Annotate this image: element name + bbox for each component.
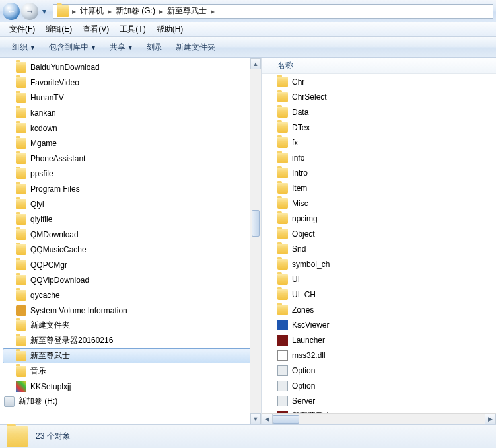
scroll-thumb[interactable] (252, 210, 260, 237)
tree-item[interactable]: System Volume Information (15, 303, 261, 318)
list-item[interactable]: 新至尊武士 (262, 408, 496, 413)
list-item[interactable]: ChrSelect (262, 89, 496, 104)
list-item[interactable]: Server (262, 393, 496, 408)
burn-button[interactable]: 刻录 (140, 40, 169, 55)
folder-icon (16, 168, 26, 179)
list-item[interactable]: UI (262, 272, 496, 287)
list-item[interactable]: Snd (262, 241, 496, 256)
folder-icon (277, 305, 288, 315)
forward-button[interactable]: → (21, 3, 38, 20)
tree-item[interactable]: QQPCMgr (15, 257, 261, 272)
item-label: 新建文件夹 (30, 320, 70, 331)
list-item[interactable]: UI_CH (262, 287, 496, 302)
menu-help[interactable]: 帮助(H) (151, 24, 189, 35)
scrollbar-horizontal[interactable]: ◀ ▶ (262, 413, 496, 424)
tree-item[interactable]: 新至尊武士 (3, 348, 257, 363)
column-header-name[interactable]: 名称 (262, 58, 496, 74)
include-in-library-button[interactable]: 包含到库中▼ (42, 40, 103, 55)
item-label: Option (292, 381, 315, 391)
tree-item[interactable]: QQMusicCache (15, 242, 261, 257)
list-item[interactable]: Option (262, 378, 496, 393)
tree-item[interactable]: qycache (15, 287, 261, 303)
breadcrumb-segment[interactable]: 计算机 (77, 5, 106, 17)
breadcrumb[interactable]: ▸ 计算机 ▸ 新加卷 (G:) ▸ 新至尊武士 ▸ (53, 4, 493, 19)
list-item[interactable]: Option (262, 363, 496, 378)
list-item[interactable]: Launcher (262, 332, 496, 348)
tree-item[interactable]: QQVipDownload (15, 272, 261, 287)
folder-icon (277, 107, 288, 118)
tree-item[interactable]: qiyifile (15, 211, 261, 227)
menu-edit[interactable]: 编辑(E) (40, 24, 77, 35)
menu-tools[interactable]: 工具(T) (114, 24, 151, 35)
scroll-down-button[interactable]: ▼ (250, 413, 261, 424)
tree-item[interactable]: BaiduYunDownload (15, 59, 261, 75)
folder-icon (277, 289, 288, 300)
tree-item[interactable]: FavoriteVideo (15, 75, 261, 90)
list-item[interactable]: Data (262, 104, 496, 120)
list-item[interactable]: Chr (262, 74, 496, 89)
scroll-thumb[interactable] (273, 415, 299, 424)
folder-icon (16, 123, 26, 133)
folder-icon (16, 62, 26, 73)
breadcrumb-segment[interactable]: 新至尊武士 (164, 5, 209, 17)
tree-item[interactable]: 音乐 (15, 363, 261, 379)
command-bar: 组织▼ 包含到库中▼ 共享▼ 刻录 新建文件夹 (0, 37, 496, 58)
folder-icon (16, 214, 26, 225)
scroll-left-button[interactable]: ◀ (262, 414, 273, 425)
chevron-right-icon: ▸ (106, 7, 113, 16)
menu-view[interactable]: 查看(V) (77, 24, 114, 35)
app5-icon (277, 365, 288, 376)
tree-item[interactable]: QMDownload (15, 227, 261, 242)
tree-item[interactable]: ppsfile (15, 166, 261, 181)
list-item[interactable]: fx (262, 135, 496, 150)
tree-item[interactable]: Mgame (15, 135, 261, 151)
list-item[interactable]: KscViewer (262, 317, 496, 332)
tree-item[interactable]: 新至尊登录器20160216 (15, 333, 261, 348)
list-item[interactable]: Misc (262, 196, 496, 211)
tree-item[interactable]: 新建文件夹 (15, 318, 261, 333)
new-folder-button[interactable]: 新建文件夹 (169, 40, 222, 55)
list-item[interactable]: DTex (262, 120, 496, 135)
back-button[interactable]: ← (3, 3, 20, 20)
organize-button[interactable]: 组织▼ (5, 40, 42, 55)
tree-item[interactable]: 新加卷 (H:) (3, 394, 261, 409)
tree-item[interactable]: Qiyi (15, 196, 261, 211)
scroll-right-button[interactable]: ▶ (485, 414, 496, 425)
tree-item[interactable]: HunanTV (15, 90, 261, 105)
tree-item[interactable]: kcdown (15, 120, 261, 135)
app2-icon (277, 320, 288, 330)
list-item[interactable]: Object (262, 226, 496, 241)
list-item[interactable]: Intro (262, 165, 496, 180)
list-item[interactable]: Item (262, 180, 496, 196)
share-button[interactable]: 共享▼ (103, 40, 140, 55)
item-label: Item (292, 184, 307, 193)
tree-item[interactable]: Program Files (15, 181, 261, 196)
list-item[interactable]: symbol_ch (262, 256, 496, 272)
item-label: FavoriteVideo (30, 78, 79, 87)
history-dropdown[interactable]: ▾ (40, 7, 49, 16)
status-text: 23 个对象 (36, 431, 71, 442)
list-item[interactable]: mss32.dll (262, 348, 496, 363)
item-label: Option (292, 366, 315, 375)
folder-icon (277, 137, 288, 148)
navigation-pane[interactable]: BaiduYunDownloadFavoriteVideoHunanTVkank… (0, 58, 262, 424)
folder-icon (277, 77, 288, 87)
menu-file[interactable]: 文件(F) (4, 24, 40, 35)
main-area: BaiduYunDownloadFavoriteVideoHunanTVkank… (0, 58, 496, 424)
scrollbar-vertical[interactable]: ▲ ▼ (250, 58, 261, 424)
tree-item[interactable]: PhoneAssistant (15, 151, 261, 166)
folder-icon (277, 198, 288, 209)
list-item[interactable]: Zones (262, 302, 496, 317)
folder-icon (277, 213, 288, 224)
content-pane[interactable]: 名称 ChrChrSelectDataDTexfxinfoIntroItemMi… (262, 58, 496, 424)
scroll-up-button[interactable]: ▲ (250, 58, 261, 69)
tree-item[interactable]: KKSetuplxjj (15, 379, 261, 394)
item-label: qiyifile (30, 215, 52, 224)
item-label: info (292, 153, 304, 163)
breadcrumb-segment[interactable]: 新加卷 (G:) (113, 5, 158, 17)
list-item[interactable]: info (262, 150, 496, 165)
item-label: Program Files (30, 184, 80, 194)
tree-item[interactable]: kankan (15, 105, 261, 120)
folder-icon (277, 92, 288, 102)
list-item[interactable]: npcimg (262, 211, 496, 226)
